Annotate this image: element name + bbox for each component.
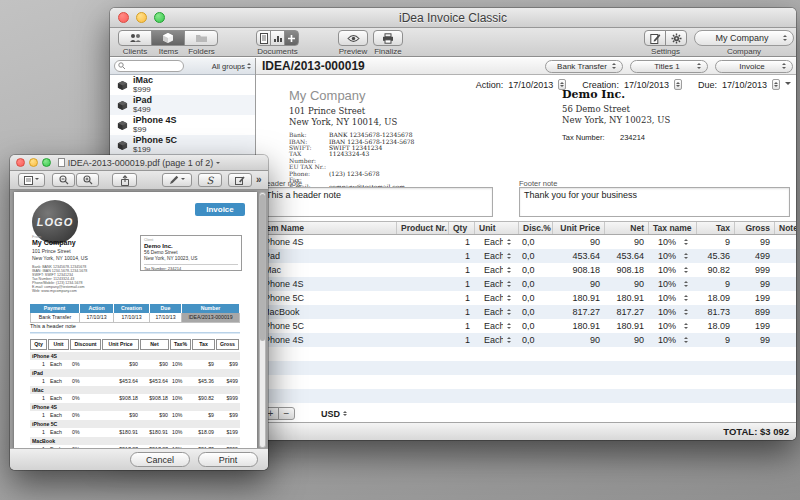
doc-type-select[interactable]: Invoice (715, 60, 793, 73)
creation-date-stepper[interactable] (674, 79, 682, 90)
items-segment[interactable] (151, 30, 185, 46)
edit-button[interactable] (228, 173, 252, 187)
signature-button[interactable]: S (198, 173, 222, 187)
product-list-item[interactable]: iPhone 4S $99 (110, 115, 255, 135)
cell-unit[interactable]: Each (474, 319, 518, 333)
clients-segment[interactable] (118, 30, 152, 46)
column-header[interactable]: Note (774, 222, 796, 234)
folders-segment[interactable] (184, 30, 218, 46)
table-row[interactable]: iPhone 4S 1 Each 0,0 90 90 10% 9 99 (256, 333, 796, 347)
minimize-button[interactable] (136, 12, 147, 23)
print-button[interactable]: Print (198, 452, 258, 467)
documents-label: Documents (257, 47, 297, 56)
document-stats-segment[interactable] (270, 30, 285, 46)
zoom-out-button[interactable] (52, 173, 75, 187)
zoom-in-button[interactable] (76, 173, 99, 187)
pdf-cell-tax-pct: 10% (170, 394, 192, 402)
close-button[interactable] (118, 12, 129, 23)
column-header[interactable]: Tax name (648, 222, 696, 234)
column-header[interactable]: Disc.% (518, 222, 552, 234)
product-list-item[interactable]: iMac $999 (110, 75, 255, 95)
table-row[interactable]: MacBook 1 Each 0,0 817.27 817.27 10% 81.… (256, 305, 796, 319)
cell-unit[interactable]: Each (474, 333, 518, 347)
column-header[interactable]: Unit (474, 222, 518, 234)
cell-unit[interactable]: Each (474, 249, 518, 263)
cell-tax-name[interactable]: 10% (648, 319, 696, 333)
zoom-button[interactable] (42, 158, 51, 167)
annotate-button[interactable] (162, 173, 192, 187)
document-list-segment[interactable] (256, 30, 271, 46)
table-row[interactable]: iPhone 5C 1 Each 0,0 180.91 180.91 10% 1… (256, 291, 796, 305)
cell-tax-name[interactable]: 10% (648, 263, 696, 277)
cell-unit[interactable]: Each (474, 235, 518, 249)
table-row[interactable]: iPhone 4S 1 Each 0,0 90 90 10% 9 99 (256, 277, 796, 291)
settings-label: Settings (651, 47, 680, 56)
column-header[interactable]: Qty (448, 222, 474, 234)
column-header[interactable]: Tax (696, 222, 734, 234)
column-header[interactable]: Net (604, 222, 648, 234)
cell-tax-name[interactable]: 10% (648, 291, 696, 305)
finalize-button[interactable] (373, 30, 403, 46)
title-menu-icon[interactable] (216, 162, 220, 166)
cell-unit[interactable]: Each (474, 291, 518, 305)
cell-product-nr (396, 249, 448, 263)
remove-row-button[interactable]: − (278, 407, 295, 420)
currency-select[interactable]: USD (321, 409, 347, 419)
main-titlebar[interactable]: iDea Invoice Classic (110, 8, 796, 28)
column-header[interactable]: Item Name (256, 222, 396, 234)
zoom-out-icon (59, 175, 69, 185)
header-note-input[interactable]: This a header note (261, 187, 493, 217)
product-list-item[interactable]: iPhone 5C $199 (110, 135, 255, 155)
new-document-segment[interactable] (284, 30, 299, 46)
scrollbar-thumb[interactable] (260, 194, 265, 341)
table-row[interactable]: iPhone 5C 1 Each 0,0 180.91 180.91 10% 1… (256, 319, 796, 333)
cell-unit[interactable]: Each (474, 263, 518, 277)
footer-note-input[interactable]: Thank you for your business (519, 187, 790, 217)
pdf-titlebar[interactable]: IDEA-2013-000019.pdf (page 1 of 2) (10, 155, 268, 171)
pdf-cell-unit: Each (48, 377, 70, 385)
minimize-button[interactable] (29, 158, 38, 167)
action-date-value[interactable]: 17/10/2013 (508, 80, 553, 90)
titles-select[interactable]: Titles 1 (630, 60, 708, 73)
company-select[interactable]: My Company (694, 30, 794, 46)
cancel-button[interactable]: Cancel (130, 452, 190, 467)
pdf-scrollbar[interactable] (259, 192, 266, 448)
payment-method-select[interactable]: Bank Transfer (545, 60, 623, 73)
sidebar-filterbar: All groups (110, 58, 255, 75)
column-header[interactable]: Unit Price (552, 222, 604, 234)
toolbar-overflow-icon[interactable]: » (256, 174, 262, 185)
cell-tax-name[interactable]: 10% (648, 235, 696, 249)
search-input[interactable] (114, 60, 184, 72)
column-header[interactable]: Gross (734, 222, 774, 234)
app-settings-button[interactable] (665, 30, 687, 46)
close-button[interactable] (16, 158, 25, 167)
table-row[interactable]: iMac 1 Each 0,0 908.18 908.18 10% 90.82 … (256, 263, 796, 277)
zoom-button[interactable] (154, 12, 165, 23)
table-row[interactable]: iPad 1 Each 0,0 453.64 453.64 10% 45.36 … (256, 249, 796, 263)
document-settings-button[interactable] (644, 30, 666, 46)
due-date-stepper[interactable] (772, 79, 780, 90)
cell-unit[interactable]: Each (474, 305, 518, 319)
dates-disclosure-icon[interactable] (785, 82, 791, 88)
view-mode-button[interactable] (18, 173, 45, 187)
cell-tax-name[interactable]: 10% (648, 305, 696, 319)
due-date-value[interactable]: 17/10/2013 (722, 80, 767, 90)
groups-filter-select[interactable]: All groups (212, 61, 251, 71)
pen-icon (169, 175, 179, 185)
product-price: $99 (133, 126, 177, 134)
cell-unit[interactable]: Each (474, 277, 518, 291)
pdf-item-name: MacBook (30, 437, 240, 445)
product-list-item[interactable]: iPad $499 (110, 95, 255, 115)
column-header[interactable]: Product Nr. (396, 222, 448, 234)
share-icon (120, 175, 130, 186)
cell-tax-name[interactable]: 10% (648, 333, 696, 347)
cell-tax-name[interactable]: 10% (648, 249, 696, 263)
table-row[interactable]: iPhone 4S 1 Each 0,0 90 90 10% 9 99 (256, 235, 796, 249)
cell-tax-name[interactable]: 10% (648, 277, 696, 291)
pdf-cell-gross: $99 (216, 360, 240, 368)
pdf-seller-detail-line: Bank: BANK 12345678-12345678 (32, 265, 88, 269)
cell-product-nr (396, 291, 448, 305)
share-button[interactable] (112, 173, 137, 187)
preview-button[interactable] (338, 30, 368, 46)
chevron-down-icon (35, 178, 39, 182)
